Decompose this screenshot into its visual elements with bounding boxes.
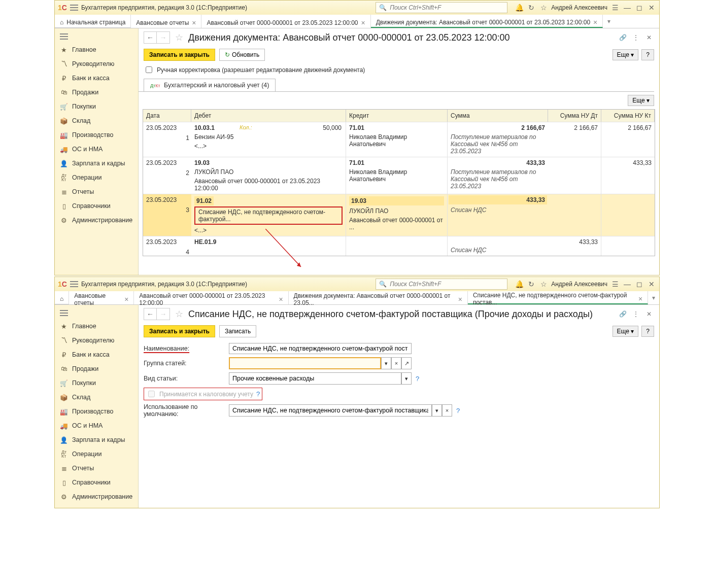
sidebar-item-purchases[interactable]: 🛒Покупки — [55, 376, 138, 390]
default-input[interactable] — [229, 404, 432, 417]
bell-icon[interactable]: 🔔 — [515, 3, 524, 12]
tab-home[interactable]: ⌂ — [55, 291, 69, 304]
tab-advance-reports[interactable]: Авансовые отчеты × — [131, 15, 201, 28]
col-debit[interactable]: Дебет — [191, 110, 346, 122]
sidebar-item-bank[interactable]: ₽Банк и касса — [55, 348, 138, 362]
col-sum[interactable]: Сумма — [448, 110, 548, 122]
sidebar-item-catalogs[interactable]: ▯Справочники — [55, 475, 138, 490]
save-close-button[interactable]: Записать и закрыть — [144, 49, 215, 61]
tab-overflow[interactable]: ▾ — [648, 291, 659, 304]
dropdown-icon[interactable]: ▾ — [381, 357, 391, 369]
close-window-icon[interactable]: ✕ — [647, 280, 656, 289]
help-hint-icon[interactable]: ? — [456, 407, 460, 414]
forward-button[interactable]: → — [157, 31, 170, 44]
star-icon[interactable]: ☆ — [539, 3, 548, 12]
sidebar-hamburger[interactable] — [55, 30, 138, 43]
sidebar-item-admin[interactable]: ⚙Администрирование — [55, 490, 138, 504]
tab-nds-writeoff[interactable]: Списание НДС, не подтвержденного счетом-… — [468, 291, 648, 304]
close-icon[interactable]: × — [192, 19, 196, 27]
grid-more-button[interactable]: Еще ▾ — [628, 95, 654, 106]
name-input[interactable] — [229, 343, 412, 354]
dropdown-icon[interactable]: ▾ — [432, 404, 442, 417]
sidebar-item-salary[interactable]: 👤Зарплата и кадры — [55, 433, 138, 447]
sidebar-item-sales[interactable]: 🛍Продажи — [55, 362, 138, 376]
kebab-icon[interactable]: ⋮ — [631, 32, 641, 43]
kind-input[interactable] — [229, 372, 401, 385]
tab-home[interactable]: ⌂ Начальная страница — [55, 15, 131, 28]
settings-icon[interactable]: ☰ — [610, 280, 620, 289]
col-nud[interactable]: Сумма НУ Дт — [548, 110, 601, 122]
tab-doc-movements[interactable]: Движения документа: Авансовый отчет 0000… — [371, 15, 603, 28]
help-hint-icon[interactable]: ? — [416, 375, 419, 383]
close-icon[interactable]: × — [593, 18, 597, 26]
menu-icon[interactable] — [70, 5, 78, 11]
help-button[interactable]: ? — [641, 326, 654, 337]
sidebar-item-main[interactable]: ★Главное — [55, 43, 138, 57]
sidebar-item-production[interactable]: 🏭Производство — [55, 404, 138, 419]
maximize-icon[interactable]: ◻ — [635, 3, 644, 12]
star-icon[interactable]: ☆ — [539, 280, 548, 289]
back-button[interactable]: ← — [144, 308, 157, 320]
tab-advance-report-doc[interactable]: Авансовый отчет 0000-000001 от 23.05.202… — [134, 291, 288, 304]
col-date[interactable]: Дата — [143, 110, 191, 122]
sidebar-item-operations[interactable]: ДтКтОперации — [55, 447, 138, 461]
close-page-icon[interactable]: ✕ — [644, 309, 654, 319]
table-row[interactable]: 23.05.20231 10.03.1 Кол.: 50,000 Бензин … — [143, 122, 655, 157]
more-button[interactable]: Еще ▾ — [613, 326, 639, 337]
more-button[interactable]: Еще ▾ — [613, 49, 639, 60]
favorite-icon[interactable]: ☆ — [173, 308, 185, 320]
tab-advance-reports[interactable]: Авансовые отчеты× — [69, 291, 134, 304]
help-button[interactable]: ? — [641, 49, 654, 60]
close-page-icon[interactable]: ✕ — [644, 32, 654, 43]
search-box[interactable]: 🔍 — [376, 279, 507, 290]
sidebar-item-main[interactable]: ★Главное — [55, 319, 138, 333]
tab-advance-report-doc[interactable]: Авансовый отчет 0000-000001 от 23.05.202… — [201, 15, 370, 28]
forward-button[interactable]: → — [157, 308, 170, 320]
settings-icon[interactable]: ☰ — [610, 3, 620, 12]
favorite-icon[interactable]: ☆ — [173, 31, 185, 44]
help-hint-icon[interactable]: ? — [256, 390, 260, 398]
refresh-button[interactable]: ↻Обновить — [219, 49, 265, 61]
sidebar-item-salary[interactable]: 👤Зарплата и кадры — [55, 156, 138, 170]
sidebar-item-warehouse[interactable]: 📦Склад — [55, 114, 138, 128]
search-input[interactable] — [389, 4, 504, 12]
sidebar-item-operations[interactable]: ДтКтОперации — [55, 170, 138, 185]
history-icon[interactable]: ↻ — [527, 3, 536, 12]
tab-accounting[interactable]: ДтКт Бухгалтерский и налоговый учет (4) — [144, 79, 276, 91]
search-input[interactable] — [389, 280, 504, 288]
history-icon[interactable]: ↻ — [527, 280, 536, 289]
open-icon[interactable]: ↗ — [401, 357, 412, 369]
tab-doc-movements[interactable]: Движения документа: Авансовый отчет 0000… — [289, 291, 468, 304]
sidebar-item-reports[interactable]: ≣Отчеты — [55, 185, 138, 199]
maximize-icon[interactable]: ◻ — [635, 280, 644, 289]
manual-correction-checkbox[interactable] — [146, 66, 152, 73]
back-button[interactable]: ← — [144, 31, 157, 44]
sidebar-item-bank[interactable]: ₽Банк и касса — [55, 71, 138, 85]
search-box[interactable]: 🔍 — [376, 2, 507, 13]
kebab-icon[interactable]: ⋮ — [631, 309, 641, 319]
close-icon[interactable]: × — [638, 295, 642, 303]
minimize-icon[interactable]: — — [623, 3, 632, 12]
sidebar-item-sales[interactable]: 🛍Продажи — [55, 85, 138, 99]
sidebar-item-warehouse[interactable]: 📦Склад — [55, 390, 138, 404]
clear-icon[interactable]: × — [442, 404, 452, 417]
table-row[interactable]: 23.05.20232 19.03 ЛУКОЙЛ ПАО Авансовый о… — [143, 157, 655, 194]
sidebar-item-admin[interactable]: ⚙Администрирование — [55, 213, 138, 227]
group-input[interactable] — [229, 357, 381, 369]
tab-overflow[interactable]: ▾ — [603, 15, 615, 28]
sidebar-item-production[interactable]: 🏭Производство — [55, 128, 138, 142]
minimize-icon[interactable]: — — [623, 280, 632, 289]
clear-icon[interactable]: × — [391, 357, 401, 369]
link-icon[interactable]: 🔗 — [618, 309, 628, 319]
save-button[interactable]: Записать — [219, 325, 256, 337]
sidebar-item-purchases[interactable]: 🛒Покупки — [55, 99, 138, 114]
sidebar-hamburger[interactable] — [55, 307, 138, 319]
dropdown-icon[interactable]: ▾ — [401, 372, 412, 385]
table-row-selected[interactable]: 23.05.20233 91.02 Списание НДС, не подтв… — [143, 194, 655, 236]
user-name[interactable]: Андрей Алексеевич — [551, 4, 607, 11]
close-icon[interactable]: × — [361, 19, 365, 27]
bell-icon[interactable]: 🔔 — [515, 280, 524, 289]
sidebar-item-assets[interactable]: 🚚ОС и НМА — [55, 142, 138, 156]
sidebar-item-manager[interactable]: 〽Руководителю — [55, 333, 138, 348]
close-icon[interactable]: × — [124, 295, 128, 303]
